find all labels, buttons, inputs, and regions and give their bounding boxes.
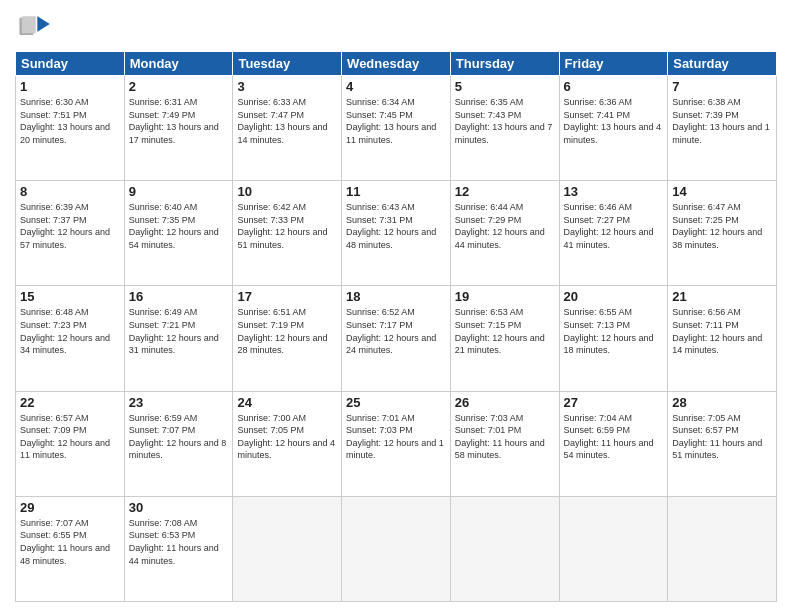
- day-info: Sunrise: 6:56 AM Sunset: 7:11 PM Dayligh…: [672, 306, 772, 356]
- day-info: Sunrise: 7:03 AM Sunset: 7:01 PM Dayligh…: [455, 412, 555, 462]
- table-row: 29 Sunrise: 7:07 AM Sunset: 6:55 PM Dayl…: [16, 496, 125, 601]
- table-row: 14 Sunrise: 6:47 AM Sunset: 7:25 PM Dayl…: [668, 181, 777, 286]
- calendar-week-row: 1 Sunrise: 6:30 AM Sunset: 7:51 PM Dayli…: [16, 76, 777, 181]
- calendar-week-row: 8 Sunrise: 6:39 AM Sunset: 7:37 PM Dayli…: [16, 181, 777, 286]
- table-row: [559, 496, 668, 601]
- day-number: 12: [455, 184, 555, 199]
- day-info: Sunrise: 6:51 AM Sunset: 7:19 PM Dayligh…: [237, 306, 337, 356]
- table-row: 9 Sunrise: 6:40 AM Sunset: 7:35 PM Dayli…: [124, 181, 233, 286]
- table-row: 20 Sunrise: 6:55 AM Sunset: 7:13 PM Dayl…: [559, 286, 668, 391]
- table-row: 6 Sunrise: 6:36 AM Sunset: 7:41 PM Dayli…: [559, 76, 668, 181]
- day-number: 19: [455, 289, 555, 304]
- calendar-week-row: 29 Sunrise: 7:07 AM Sunset: 6:55 PM Dayl…: [16, 496, 777, 601]
- col-wednesday: Wednesday: [342, 52, 451, 76]
- table-row: 10 Sunrise: 6:42 AM Sunset: 7:33 PM Dayl…: [233, 181, 342, 286]
- day-number: 24: [237, 395, 337, 410]
- day-info: Sunrise: 6:36 AM Sunset: 7:41 PM Dayligh…: [564, 96, 664, 146]
- table-row: 4 Sunrise: 6:34 AM Sunset: 7:45 PM Dayli…: [342, 76, 451, 181]
- day-info: Sunrise: 6:59 AM Sunset: 7:07 PM Dayligh…: [129, 412, 229, 462]
- table-row: 21 Sunrise: 6:56 AM Sunset: 7:11 PM Dayl…: [668, 286, 777, 391]
- table-row: 23 Sunrise: 6:59 AM Sunset: 7:07 PM Dayl…: [124, 391, 233, 496]
- day-info: Sunrise: 6:30 AM Sunset: 7:51 PM Dayligh…: [20, 96, 120, 146]
- day-number: 11: [346, 184, 446, 199]
- table-row: 16 Sunrise: 6:49 AM Sunset: 7:21 PM Dayl…: [124, 286, 233, 391]
- table-row: 11 Sunrise: 6:43 AM Sunset: 7:31 PM Dayl…: [342, 181, 451, 286]
- table-row: 3 Sunrise: 6:33 AM Sunset: 7:47 PM Dayli…: [233, 76, 342, 181]
- logo: [15, 10, 59, 45]
- day-number: 16: [129, 289, 229, 304]
- day-info: Sunrise: 6:35 AM Sunset: 7:43 PM Dayligh…: [455, 96, 555, 146]
- day-info: Sunrise: 7:01 AM Sunset: 7:03 PM Dayligh…: [346, 412, 446, 462]
- day-number: 20: [564, 289, 664, 304]
- day-number: 30: [129, 500, 229, 515]
- table-row: 8 Sunrise: 6:39 AM Sunset: 7:37 PM Dayli…: [16, 181, 125, 286]
- day-info: Sunrise: 6:48 AM Sunset: 7:23 PM Dayligh…: [20, 306, 120, 356]
- day-info: Sunrise: 6:55 AM Sunset: 7:13 PM Dayligh…: [564, 306, 664, 356]
- col-friday: Friday: [559, 52, 668, 76]
- col-saturday: Saturday: [668, 52, 777, 76]
- calendar-header-row: Sunday Monday Tuesday Wednesday Thursday…: [16, 52, 777, 76]
- day-number: 27: [564, 395, 664, 410]
- svg-marker-2: [37, 16, 49, 32]
- day-number: 2: [129, 79, 229, 94]
- day-info: Sunrise: 6:52 AM Sunset: 7:17 PM Dayligh…: [346, 306, 446, 356]
- day-number: 1: [20, 79, 120, 94]
- table-row: 27 Sunrise: 7:04 AM Sunset: 6:59 PM Dayl…: [559, 391, 668, 496]
- day-info: Sunrise: 6:57 AM Sunset: 7:09 PM Dayligh…: [20, 412, 120, 462]
- day-info: Sunrise: 6:49 AM Sunset: 7:21 PM Dayligh…: [129, 306, 229, 356]
- svg-rect-1: [22, 16, 36, 33]
- day-info: Sunrise: 7:04 AM Sunset: 6:59 PM Dayligh…: [564, 412, 664, 462]
- table-row: 24 Sunrise: 7:00 AM Sunset: 7:05 PM Dayl…: [233, 391, 342, 496]
- day-info: Sunrise: 6:33 AM Sunset: 7:47 PM Dayligh…: [237, 96, 337, 146]
- day-info: Sunrise: 7:00 AM Sunset: 7:05 PM Dayligh…: [237, 412, 337, 462]
- col-sunday: Sunday: [16, 52, 125, 76]
- day-info: Sunrise: 6:43 AM Sunset: 7:31 PM Dayligh…: [346, 201, 446, 251]
- day-info: Sunrise: 6:44 AM Sunset: 7:29 PM Dayligh…: [455, 201, 555, 251]
- day-number: 18: [346, 289, 446, 304]
- table-row: 28 Sunrise: 7:05 AM Sunset: 6:57 PM Dayl…: [668, 391, 777, 496]
- table-row: 13 Sunrise: 6:46 AM Sunset: 7:27 PM Dayl…: [559, 181, 668, 286]
- table-row: 5 Sunrise: 6:35 AM Sunset: 7:43 PM Dayli…: [450, 76, 559, 181]
- day-number: 10: [237, 184, 337, 199]
- table-row: 19 Sunrise: 6:53 AM Sunset: 7:15 PM Dayl…: [450, 286, 559, 391]
- day-info: Sunrise: 6:34 AM Sunset: 7:45 PM Dayligh…: [346, 96, 446, 146]
- table-row: 18 Sunrise: 6:52 AM Sunset: 7:17 PM Dayl…: [342, 286, 451, 391]
- calendar-week-row: 22 Sunrise: 6:57 AM Sunset: 7:09 PM Dayl…: [16, 391, 777, 496]
- page: Sunday Monday Tuesday Wednesday Thursday…: [0, 0, 792, 612]
- calendar-week-row: 15 Sunrise: 6:48 AM Sunset: 7:23 PM Dayl…: [16, 286, 777, 391]
- calendar-table: Sunday Monday Tuesday Wednesday Thursday…: [15, 51, 777, 602]
- day-number: 7: [672, 79, 772, 94]
- day-number: 8: [20, 184, 120, 199]
- day-number: 25: [346, 395, 446, 410]
- day-number: 26: [455, 395, 555, 410]
- day-number: 23: [129, 395, 229, 410]
- table-row: [668, 496, 777, 601]
- day-number: 6: [564, 79, 664, 94]
- table-row: [233, 496, 342, 601]
- day-number: 21: [672, 289, 772, 304]
- table-row: 15 Sunrise: 6:48 AM Sunset: 7:23 PM Dayl…: [16, 286, 125, 391]
- col-monday: Monday: [124, 52, 233, 76]
- day-info: Sunrise: 6:42 AM Sunset: 7:33 PM Dayligh…: [237, 201, 337, 251]
- table-row: 26 Sunrise: 7:03 AM Sunset: 7:01 PM Dayl…: [450, 391, 559, 496]
- table-row: 2 Sunrise: 6:31 AM Sunset: 7:49 PM Dayli…: [124, 76, 233, 181]
- table-row: 22 Sunrise: 6:57 AM Sunset: 7:09 PM Dayl…: [16, 391, 125, 496]
- day-info: Sunrise: 6:38 AM Sunset: 7:39 PM Dayligh…: [672, 96, 772, 146]
- day-number: 29: [20, 500, 120, 515]
- day-number: 22: [20, 395, 120, 410]
- day-info: Sunrise: 6:39 AM Sunset: 7:37 PM Dayligh…: [20, 201, 120, 251]
- table-row: [342, 496, 451, 601]
- day-info: Sunrise: 6:40 AM Sunset: 7:35 PM Dayligh…: [129, 201, 229, 251]
- table-row: 12 Sunrise: 6:44 AM Sunset: 7:29 PM Dayl…: [450, 181, 559, 286]
- header: [15, 10, 777, 45]
- day-number: 9: [129, 184, 229, 199]
- day-number: 28: [672, 395, 772, 410]
- day-number: 14: [672, 184, 772, 199]
- day-number: 13: [564, 184, 664, 199]
- day-info: Sunrise: 6:46 AM Sunset: 7:27 PM Dayligh…: [564, 201, 664, 251]
- day-number: 17: [237, 289, 337, 304]
- col-tuesday: Tuesday: [233, 52, 342, 76]
- day-number: 5: [455, 79, 555, 94]
- day-info: Sunrise: 6:47 AM Sunset: 7:25 PM Dayligh…: [672, 201, 772, 251]
- day-info: Sunrise: 7:05 AM Sunset: 6:57 PM Dayligh…: [672, 412, 772, 462]
